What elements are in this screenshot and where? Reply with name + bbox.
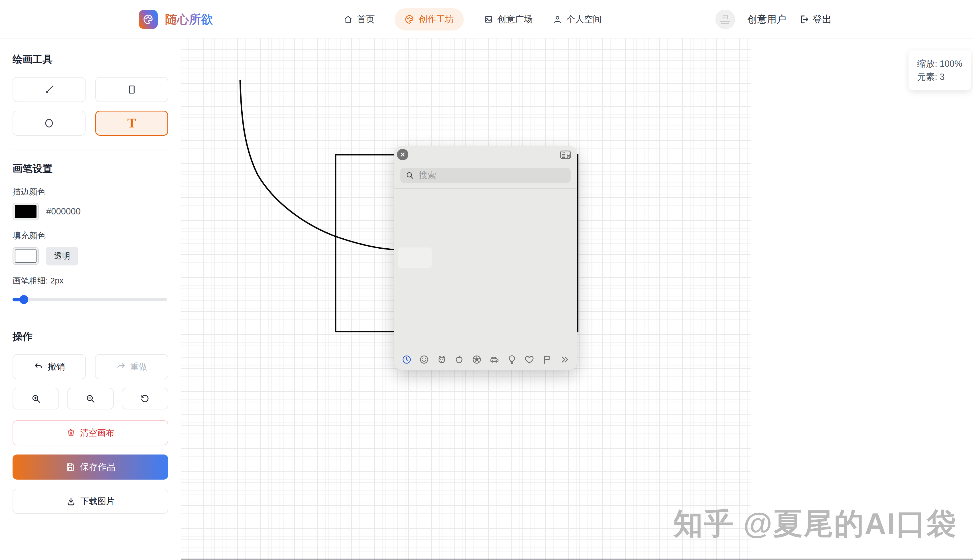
tools-section-title: 绘画工具 xyxy=(13,53,168,66)
canvas-status-card: 缩放: 100% 元素: 3 xyxy=(908,50,971,90)
zoom-in-icon xyxy=(31,394,41,403)
tools-sidebar: 绘画工具 xyxy=(0,38,182,560)
rectangle-tool-button[interactable] xyxy=(95,77,168,102)
redo-icon xyxy=(116,362,126,372)
redo-button[interactable]: 重做 xyxy=(95,354,168,379)
rectangle-icon xyxy=(126,84,137,95)
clear-canvas-label: 清空画布 xyxy=(80,427,114,439)
brand[interactable]: 随心所欲 xyxy=(139,0,213,38)
slider-thumb[interactable] xyxy=(19,295,28,304)
picker-divider xyxy=(394,188,577,189)
ops-section-title: 操作 xyxy=(13,330,168,343)
nav-label: 个人空间 xyxy=(566,13,602,25)
trash-icon xyxy=(67,428,75,437)
palette-icon xyxy=(404,14,415,25)
reset-view-button[interactable] xyxy=(122,388,168,410)
logout-icon xyxy=(799,14,809,25)
top-navbar: 随心所欲 首页 创作工坊 xyxy=(0,0,973,38)
save-artwork-label: 保存作品 xyxy=(80,461,115,473)
undo-icon xyxy=(33,362,43,372)
text-tool-button[interactable]: T xyxy=(95,111,168,136)
stroke-color-row: #000000 xyxy=(13,203,168,220)
keyboard-shortcuts-icon[interactable]: ⌘ xyxy=(560,150,571,160)
nav-right: 创意用户 登出 xyxy=(715,0,832,38)
palette-icon xyxy=(143,14,154,25)
nav-label: 首页 xyxy=(357,13,375,25)
nav-item-home[interactable]: 首页 xyxy=(343,13,375,25)
close-icon xyxy=(400,152,405,157)
canvas-bottom-edge xyxy=(182,558,973,560)
logout-label: 登出 xyxy=(813,13,832,26)
avatar-placeholder-line xyxy=(720,21,730,22)
circle-tool-button[interactable] xyxy=(13,111,85,136)
section-divider xyxy=(10,317,171,317)
zoom-buttons-row xyxy=(13,388,168,410)
slider-track[interactable] xyxy=(13,298,167,302)
category-smileys-icon[interactable] xyxy=(419,354,429,365)
fill-color-label: 填充颜色 xyxy=(13,230,168,242)
zoom-out-icon xyxy=(85,394,95,403)
stroke-color-label: 描边颜色 xyxy=(13,186,168,198)
brush-icon xyxy=(43,84,55,95)
category-food-apple-icon[interactable] xyxy=(454,354,464,365)
fill-color-row: 透明 xyxy=(13,247,168,265)
close-button[interactable] xyxy=(397,149,408,160)
stroke-color-value: #000000 xyxy=(46,207,81,217)
user-icon xyxy=(553,15,562,24)
category-symbols-heart-icon[interactable] xyxy=(524,354,535,365)
category-objects-bulb-icon[interactable] xyxy=(507,354,517,365)
nav-item-space[interactable]: 个人空间 xyxy=(553,13,602,25)
save-icon xyxy=(65,462,75,472)
stroke-color-picker[interactable] xyxy=(13,203,39,220)
circle-icon xyxy=(43,117,55,129)
emoji-picker: ⌘ xyxy=(394,146,577,370)
drawn-curve[interactable] xyxy=(240,80,397,250)
zoom-in-button[interactable] xyxy=(13,388,59,410)
brand-logo xyxy=(139,10,158,29)
user-name: 创意用户 xyxy=(747,13,786,26)
undo-redo-row: 撤销 重做 xyxy=(13,354,168,379)
zoom-level: 缩放: 100% xyxy=(917,57,963,70)
category-animals-dog-icon[interactable] xyxy=(437,354,447,365)
category-travel-car-icon[interactable] xyxy=(489,354,499,365)
category-more-chevrons-icon[interactable] xyxy=(559,354,570,365)
section-divider xyxy=(10,149,171,149)
brand-title: 随心所欲 xyxy=(165,12,213,27)
undo-button[interactable]: 撤销 xyxy=(13,354,86,379)
tool-grid: T xyxy=(13,77,168,136)
search-icon xyxy=(405,171,414,180)
element-count: 元素: 3 xyxy=(917,70,963,83)
category-recent-clock-icon[interactable] xyxy=(402,354,412,365)
download-image-label: 下载图片 xyxy=(80,495,115,507)
save-artwork-button[interactable]: 保存作品 xyxy=(13,455,168,480)
transparent-button[interactable]: 透明 xyxy=(46,247,78,265)
nav-label: 创意广场 xyxy=(497,13,533,25)
emoji-search-input[interactable] xyxy=(418,170,565,181)
emoji-search-box[interactable] xyxy=(400,168,571,183)
nav-item-workshop[interactable]: 创作工坊 xyxy=(395,8,464,30)
nav-label: 创作工坊 xyxy=(419,13,454,25)
emoji-category-bar xyxy=(394,349,577,370)
brush-size-label: 画笔粗细: 2px xyxy=(13,275,168,287)
category-flags-icon[interactable] xyxy=(542,354,552,365)
fill-color-picker[interactable] xyxy=(13,247,39,265)
zoom-out-button[interactable] xyxy=(67,388,113,410)
undo-label: 撤销 xyxy=(48,361,65,373)
download-image-button[interactable]: 下载图片 xyxy=(13,489,168,514)
gallery-icon xyxy=(484,15,493,24)
category-activity-ball-icon[interactable] xyxy=(472,354,482,365)
avatar[interactable] xyxy=(715,10,735,29)
brush-tool-button[interactable] xyxy=(13,77,85,102)
nav-item-gallery[interactable]: 创意广场 xyxy=(484,13,533,25)
loading-placeholder xyxy=(398,247,432,268)
watermark: 知乎 @夏尾的AI口袋 xyxy=(673,504,957,544)
main-nav: 首页 创作工坊 创意广场 xyxy=(343,0,602,38)
text-tool-icon: T xyxy=(127,117,136,130)
logout-button[interactable]: 登出 xyxy=(799,13,832,26)
fill-color-swatch xyxy=(15,250,37,263)
clear-canvas-button[interactable]: 清空画布 xyxy=(13,420,168,445)
brush-size-slider[interactable] xyxy=(13,295,168,304)
stroke-color-swatch xyxy=(15,205,37,218)
app-root: 随心所欲 首页 创作工坊 xyxy=(0,0,973,560)
canvas-area[interactable]: ⌘ xyxy=(182,38,973,560)
